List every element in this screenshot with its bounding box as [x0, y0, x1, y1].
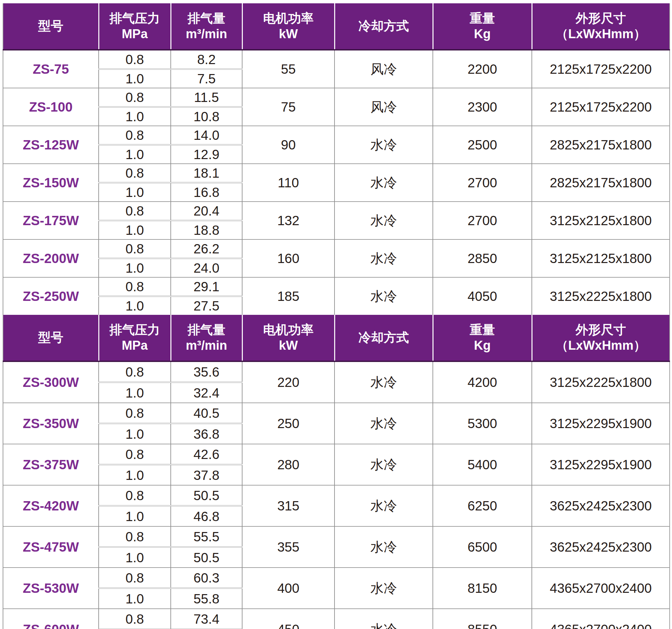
displacement-cell: 10.8 — [171, 107, 242, 126]
dims-cell: 3125x2225x1800 — [532, 361, 670, 403]
header-model-label: 型号 — [3, 18, 98, 34]
power-cell: 55 — [242, 50, 335, 88]
pressure-cell: 1.0 — [99, 465, 171, 485]
weight-cell: 6250 — [433, 485, 532, 526]
table-row: ZS-175W 0.8 20.4 132 水冷 2700 3125x2125x1… — [3, 201, 670, 220]
power-cell: 75 — [242, 88, 335, 126]
pressure-cell: 1.0 — [99, 69, 171, 88]
cooling-cell: 水冷 — [335, 361, 433, 403]
table-row: ZS-250W 0.8 29.1 185 水冷 4050 3125x2225x1… — [3, 277, 670, 296]
model-cell: ZS-600W — [3, 609, 99, 629]
pressure-cell: 0.8 — [99, 567, 171, 588]
pressure-cell: 0.8 — [99, 239, 171, 258]
weight-cell: 4200 — [433, 361, 532, 403]
weight-cell: 2200 — [433, 50, 532, 88]
model-cell: ZS-375W — [3, 444, 99, 485]
power-cell: 185 — [242, 277, 335, 315]
pressure-cell: 1.0 — [99, 107, 171, 126]
displacement-cell: 18.8 — [171, 220, 242, 239]
displacement-cell: 40.5 — [171, 403, 242, 424]
cooling-cell: 水冷 — [335, 201, 433, 239]
header-dims: 外形尺寸（LxWxHmm） — [532, 3, 670, 50]
dims-cell: 2125x1725x2200 — [532, 50, 670, 88]
dims-cell: 3625x2425x2300 — [532, 526, 670, 567]
displacement-cell: 60.3 — [171, 567, 242, 588]
displacement-cell: 12.9 — [171, 145, 242, 164]
weight-cell: 5300 — [433, 403, 532, 444]
displacement-cell: 32.4 — [171, 382, 242, 403]
model-cell: ZS-530W — [3, 567, 99, 609]
cooling-cell: 水冷 — [335, 567, 433, 609]
power-cell: 355 — [242, 526, 335, 567]
pressure-cell: 1.0 — [99, 382, 171, 403]
header-pressure: 排气压力MPa — [99, 315, 171, 361]
cooling-cell: 水冷 — [335, 526, 433, 567]
power-cell: 90 — [242, 126, 335, 164]
dims-cell: 3125x2125x1800 — [532, 201, 670, 239]
weight-cell: 6500 — [433, 526, 532, 567]
dims-cell: 3625x2425x2300 — [532, 485, 670, 526]
dims-cell: 2125x1725x2200 — [532, 88, 670, 126]
cooling-cell: 水冷 — [335, 609, 433, 629]
displacement-cell: 73.4 — [171, 609, 242, 629]
dims-cell: 3125x2125x1800 — [532, 239, 670, 277]
pressure-cell: 1.0 — [99, 145, 171, 164]
model-cell: ZS-300W — [3, 361, 99, 403]
pressure-cell: 1.0 — [99, 588, 171, 609]
cooling-cell: 水冷 — [335, 485, 433, 526]
displacement-cell: 50.5 — [171, 485, 242, 506]
pressure-cell: 0.8 — [99, 277, 171, 296]
model-cell: ZS-175W — [3, 201, 99, 239]
displacement-cell: 14.0 — [171, 126, 242, 145]
model-cell: ZS-420W — [3, 485, 99, 526]
displacement-cell: 42.6 — [171, 444, 242, 465]
table-row: ZS-125W 0.8 14.0 90 水冷 2500 2825x2175x18… — [3, 126, 670, 145]
header-cooling: 冷却方式 — [335, 315, 433, 361]
power-cell: 400 — [242, 567, 335, 609]
power-cell: 110 — [242, 164, 335, 201]
dims-cell: 2825x2175x1800 — [532, 164, 670, 201]
pressure-cell: 0.8 — [99, 126, 171, 145]
weight-cell: 5400 — [433, 444, 532, 485]
header-displacement: 排气量m³/min — [171, 3, 242, 50]
model-cell: ZS-100 — [3, 88, 99, 126]
header-row: 型号 排气压力MPa 排气量m³/min 电机功率kW 冷却方式 重量Kg 外形… — [3, 315, 670, 361]
weight-cell: 2700 — [433, 164, 532, 201]
displacement-cell: 27.5 — [171, 296, 242, 315]
pressure-cell: 0.8 — [99, 485, 171, 506]
pressure-cell: 0.8 — [99, 609, 171, 629]
displacement-cell: 55.5 — [171, 526, 242, 547]
header-displacement: 排气量m³/min — [171, 315, 242, 361]
displacement-cell: 11.5 — [171, 88, 242, 107]
pressure-cell: 0.8 — [99, 50, 171, 69]
spec-table: 型号 排气压力MPa 排气量m³/min 电机功率kW 冷却方式 重量Kg 外形… — [3, 3, 670, 629]
table-row: ZS-350W 0.8 40.5 250 水冷 5300 3125x2295x1… — [3, 403, 670, 424]
pressure-cell: 0.8 — [99, 164, 171, 183]
displacement-cell: 35.6 — [171, 361, 242, 382]
displacement-cell: 37.8 — [171, 465, 242, 485]
header-weight: 重量Kg — [433, 3, 532, 50]
table-row: ZS-150W 0.8 18.1 110 水冷 2700 2825x2175x1… — [3, 164, 670, 183]
header-cooling: 冷却方式 — [335, 3, 433, 50]
header-row: 型号 排气压力MPa 排气量m³/min 电机功率kW 冷却方式 重量Kg 外形… — [3, 3, 670, 50]
dims-cell: 4365x2700x2400 — [532, 609, 670, 629]
table-row: ZS-475W 0.8 55.5 355 水冷 6500 3625x2425x2… — [3, 526, 670, 547]
cooling-cell: 水冷 — [335, 277, 433, 315]
displacement-cell: 55.8 — [171, 588, 242, 609]
dims-cell: 3125x2295x1900 — [532, 403, 670, 444]
weight-cell: 4050 — [433, 277, 532, 315]
displacement-cell: 20.4 — [171, 201, 242, 220]
weight-cell: 8150 — [433, 567, 532, 609]
dims-cell: 2825x2175x1800 — [532, 126, 670, 164]
header-dims: 外形尺寸（LxWxHmm） — [532, 315, 670, 361]
displacement-cell: 29.1 — [171, 277, 242, 296]
weight-cell: 2300 — [433, 88, 532, 126]
weight-cell: 2700 — [433, 201, 532, 239]
pressure-cell: 1.0 — [99, 258, 171, 277]
displacement-cell: 36.8 — [171, 424, 242, 444]
cooling-cell: 水冷 — [335, 126, 433, 164]
displacement-cell: 50.5 — [171, 547, 242, 567]
table-row: ZS-420W 0.8 50.5 315 水冷 6250 3625x2425x2… — [3, 485, 670, 506]
model-cell: ZS-75 — [3, 50, 99, 88]
power-cell: 132 — [242, 201, 335, 239]
